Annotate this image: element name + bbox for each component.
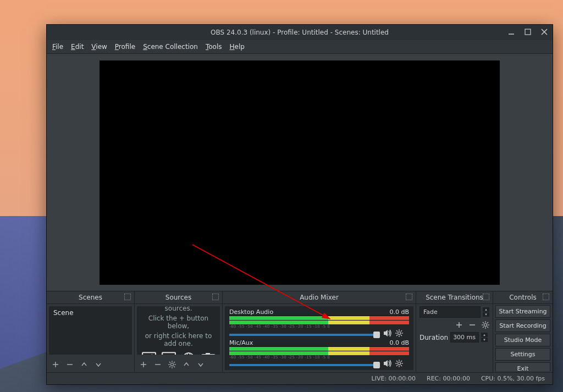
scenes-detach-icon[interactable] xyxy=(124,294,131,300)
svg-line-39 xyxy=(401,330,402,332)
minus-icon[interactable] xyxy=(153,360,162,369)
svg-line-49 xyxy=(401,361,402,362)
camera-icon xyxy=(201,352,216,355)
menu-profile[interactable]: Profile xyxy=(115,43,135,51)
sources-title: Sources xyxy=(165,294,191,301)
svg-point-31 xyxy=(398,332,400,334)
exit-button[interactable]: Exit xyxy=(495,362,550,371)
scenes-list[interactable]: Scene xyxy=(49,306,132,355)
transition-selected: Fade xyxy=(423,308,438,316)
svg-point-21 xyxy=(171,363,174,366)
svg-line-29 xyxy=(174,362,175,363)
speaker-icon[interactable] xyxy=(383,360,392,367)
spin-down-icon[interactable]: ▾ xyxy=(483,312,489,317)
preview-canvas[interactable] xyxy=(100,60,500,285)
svg-point-9 xyxy=(151,355,153,355)
status-bar: LIVE: 00:00:00 REC: 00:00:00 CPU: 0.5%, … xyxy=(47,372,553,384)
meter-ticks: -60 -55 -50 -45 -40 -35 -30 -25 -20 -15 … xyxy=(229,355,409,360)
svg-marker-30 xyxy=(384,330,388,336)
svg-line-36 xyxy=(396,330,398,332)
maximize-button[interactable] xyxy=(523,27,533,37)
sources-panel: Sources You don't have any sources. Clic… xyxy=(135,291,223,372)
status-cpu: CPU: 0.5%, 30.00 fps xyxy=(481,375,545,382)
svg-line-60 xyxy=(483,327,484,328)
controls-title: Controls xyxy=(509,294,537,301)
audio-meter xyxy=(229,316,409,320)
plus-icon[interactable] xyxy=(139,360,148,369)
svg-line-46 xyxy=(396,361,398,362)
mixer-detach-icon[interactable] xyxy=(406,294,412,300)
volume-slider[interactable] xyxy=(229,334,377,336)
menu-scene-collection[interactable]: Scene Collection xyxy=(143,43,198,51)
sources-empty-line: Click the + button below, xyxy=(141,314,216,330)
svg-line-26 xyxy=(169,362,170,363)
globe-icon xyxy=(181,352,196,355)
svg-point-53 xyxy=(484,324,487,327)
transitions-title: Scene Transitions xyxy=(426,294,483,301)
svg-rect-7 xyxy=(142,352,156,355)
preview-area xyxy=(47,54,553,291)
volume-slider[interactable] xyxy=(229,364,377,366)
svg-rect-10 xyxy=(162,352,175,355)
menu-file[interactable]: File xyxy=(52,43,63,51)
gear-icon[interactable] xyxy=(482,321,489,329)
sources-empty-line: You don't have any sources. xyxy=(141,306,216,312)
menu-tools[interactable]: Tools xyxy=(206,43,222,51)
menu-view[interactable]: View xyxy=(91,43,107,51)
transitions-detach-icon[interactable] xyxy=(483,294,489,300)
sources-empty-area[interactable]: You don't have any sources. Click the + … xyxy=(137,306,220,355)
scenes-title: Scenes xyxy=(79,294,102,301)
start-streaming-button[interactable]: Start Streaming xyxy=(495,305,550,318)
spin-down-icon[interactable]: ▾ xyxy=(481,338,488,342)
spin-up-icon[interactable]: ▴ xyxy=(481,333,488,337)
scenes-panel: Scenes Scene xyxy=(47,291,135,372)
chevron-up-icon[interactable] xyxy=(80,360,89,369)
menubar: File Edit View Profile Scene Collection … xyxy=(47,40,553,54)
channel-db: 0.0 dB xyxy=(389,308,409,316)
menu-help[interactable]: Help xyxy=(230,43,245,51)
sources-empty-line: or right click here to add one. xyxy=(141,332,216,347)
minimize-button[interactable] xyxy=(506,27,516,37)
duration-input[interactable]: 300 ms xyxy=(450,332,479,343)
svg-rect-16 xyxy=(206,353,210,355)
channel-db: 0.0 dB xyxy=(389,339,409,346)
sources-detach-icon[interactable] xyxy=(212,294,219,300)
image-icon xyxy=(142,352,156,355)
scene-item[interactable]: Scene xyxy=(49,306,132,319)
controls-detach-icon[interactable] xyxy=(543,294,549,300)
svg-line-58 xyxy=(483,322,484,323)
svg-line-38 xyxy=(396,335,398,336)
svg-marker-40 xyxy=(384,360,388,367)
chevron-down-icon[interactable] xyxy=(196,360,205,369)
transition-select[interactable]: Fade xyxy=(420,306,481,318)
display-icon xyxy=(162,352,176,355)
gear-icon[interactable] xyxy=(395,329,403,337)
minus-icon[interactable] xyxy=(65,360,74,369)
close-button[interactable] xyxy=(539,27,549,37)
svg-line-47 xyxy=(401,365,402,366)
menu-edit[interactable]: Edit xyxy=(71,43,84,51)
gear-icon[interactable] xyxy=(395,360,403,367)
start-recording-button[interactable]: Start Recording xyxy=(495,319,550,332)
chevron-up-icon[interactable] xyxy=(182,360,191,369)
titlebar: OBS 24.0.3 (linux) - Profile: Untitled -… xyxy=(47,25,553,40)
status-live: LIVE: 00:00:00 xyxy=(372,375,416,382)
svg-line-37 xyxy=(401,335,402,336)
plus-icon[interactable] xyxy=(51,360,60,369)
transitions-panel: Scene Transitions Fade ▴ ▾ xyxy=(416,291,493,372)
status-rec: REC: 00:00:00 xyxy=(427,375,470,382)
plus-icon[interactable] xyxy=(455,321,463,329)
chevron-down-icon[interactable] xyxy=(94,360,103,369)
minus-icon[interactable] xyxy=(468,321,476,329)
spin-up-icon[interactable]: ▴ xyxy=(483,307,489,312)
mixer-channel: Mic/Aux 0.0 dB -60 -55 -50 -45 -40 -35 -… xyxy=(229,339,409,368)
studio-mode-button[interactable]: Studio Mode xyxy=(495,334,550,346)
speaker-icon[interactable] xyxy=(383,329,392,337)
settings-button[interactable]: Settings xyxy=(495,348,550,361)
window-title: OBS 24.0.3 (linux) - Profile: Untitled -… xyxy=(211,29,389,36)
mixer-title: Audio Mixer xyxy=(300,294,339,301)
channel-name: Mic/Aux xyxy=(229,339,253,346)
channel-name: Desktop Audio xyxy=(229,308,273,316)
obs-window: OBS 24.0.3 (linux) - Profile: Untitled -… xyxy=(46,24,553,385)
gear-icon[interactable] xyxy=(168,360,176,369)
